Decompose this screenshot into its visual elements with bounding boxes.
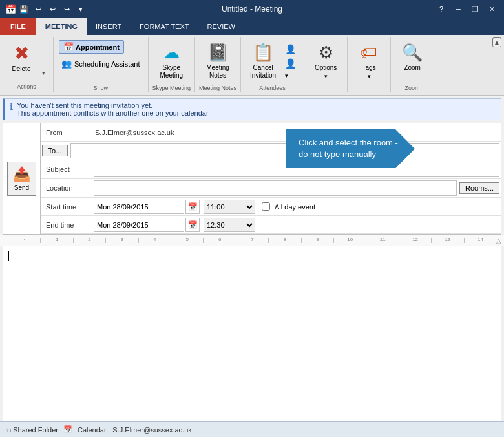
- scheduling-assistant-button[interactable]: 👥 Scheduling Assistant: [59, 58, 143, 70]
- ruler-mark-11: 11: [366, 238, 398, 243]
- options-button[interactable]: ⚙ Options ▾: [310, 40, 342, 82]
- location-label: Location: [41, 182, 92, 195]
- ribbon-collapse-btn[interactable]: ▲: [492, 37, 501, 47]
- cancel-invitation-button[interactable]: 📋 CancelInvitation: [246, 40, 280, 82]
- zoom-button[interactable]: 🔍 Zoom: [396, 40, 428, 74]
- ruler-mark-3: 3: [105, 238, 138, 243]
- from-row: From S.J.Elmer@sussex.ac.uk: [41, 123, 501, 142]
- from-label: From: [41, 126, 92, 139]
- undo2-quick-btn[interactable]: ↩: [46, 3, 59, 16]
- close-button[interactable]: ✕: [485, 3, 499, 15]
- restore-button[interactable]: ❐: [468, 3, 482, 15]
- quick-access-toolbar: 📅 💾 ↩ ↩ ↪ ▾: [5, 3, 87, 16]
- editor-area[interactable]: [3, 246, 501, 421]
- ribbon-group-options: ⚙ Options ▾: [304, 37, 348, 92]
- ruler-end-marker: △: [496, 237, 501, 244]
- meeting-notes-icon: 📓: [207, 43, 228, 63]
- form-area: From S.J.Elmer@sussex.ac.uk To... Subjec…: [40, 123, 501, 235]
- ruler-mark-10: 10: [333, 238, 366, 243]
- tab-insert[interactable]: INSERT: [87, 18, 131, 35]
- ribbon-toolbar: ✖ Delete ▾ Actions 📅 Appointment 👥 Sched…: [0, 35, 504, 96]
- skype-meeting-button[interactable]: ☁ SkypeMeeting: [155, 40, 187, 82]
- ruler-mark-14: 14: [464, 238, 496, 243]
- skype-label: SkypeMeeting: [160, 64, 183, 80]
- send-icon: 📤: [13, 166, 30, 183]
- subject-row: Subject: [41, 160, 501, 179]
- options-label: Options: [315, 64, 337, 72]
- attendee-icon-1: 👤: [285, 44, 296, 54]
- ribbon-group-skype: ☁ SkypeMeeting Skype Meeting: [149, 37, 196, 92]
- to-input[interactable]: [70, 143, 499, 158]
- end-time-row: End time 📅 12:30 13:00 13:30: [41, 216, 501, 234]
- window-controls: ? ─ ❐ ✕: [434, 3, 499, 15]
- show-group-label: Show: [94, 83, 109, 91]
- options-dropdown-arrow: ▾: [324, 73, 328, 80]
- ruler-mark-7: 7: [236, 238, 268, 243]
- start-calendar-icon[interactable]: 📅: [185, 200, 200, 214]
- ruler-marks: · 1 2 3 4 5 6 7 8 9 10 11 12 13 14 △: [8, 238, 496, 243]
- minimize-button[interactable]: ─: [451, 3, 465, 15]
- ruler-mark-2: 2: [73, 238, 105, 243]
- tab-review[interactable]: REVIEW: [198, 18, 244, 35]
- to-row: To...: [41, 142, 501, 160]
- meeting-notes-group-label: Meeting Notes: [199, 83, 236, 91]
- ruler-mark-5: 5: [171, 238, 203, 243]
- end-time-label: End time: [41, 218, 92, 231]
- options-icon: ⚙: [319, 43, 333, 63]
- delete-dropdown[interactable]: ▾: [39, 40, 48, 79]
- attendee-dropdown[interactable]: ▾: [282, 71, 299, 80]
- location-input[interactable]: [94, 180, 457, 196]
- tab-format-text[interactable]: FORMAT TEXT: [131, 18, 198, 35]
- form-container: 📤 Send From S.J.Elmer@sussex.ac.uk To...: [3, 123, 501, 235]
- tags-label: Tags: [362, 64, 376, 72]
- appointment-button[interactable]: 📅 Appointment: [59, 40, 124, 54]
- save-quick-btn[interactable]: 💾: [17, 3, 30, 16]
- app-icon: 📅: [5, 4, 16, 14]
- location-row: Location Rooms...: [41, 179, 501, 198]
- info-line2: This appointment conflicts with another …: [17, 109, 210, 117]
- tab-file[interactable]: FILE: [0, 18, 36, 35]
- meeting-notes-label: MeetingNotes: [206, 64, 229, 80]
- to-button[interactable]: To...: [42, 145, 68, 156]
- ruler-mark-4: 4: [138, 238, 171, 243]
- more-quick-btn[interactable]: ▾: [74, 3, 87, 16]
- allday-text: All day event: [275, 203, 315, 211]
- end-time-select[interactable]: 12:30 13:00 13:30: [204, 218, 255, 232]
- meeting-notes-button[interactable]: 📓 MeetingNotes: [202, 40, 234, 82]
- undo-quick-btn[interactable]: ↩: [32, 3, 45, 16]
- ruler-mark-6: 6: [203, 238, 235, 243]
- send-section: 📤 Send: [3, 123, 40, 235]
- status-calendar-icon: 📅: [63, 425, 72, 434]
- main-content: ℹ You haven't sent this meeting invitati…: [0, 96, 504, 421]
- tab-meeting[interactable]: MEETING: [36, 18, 87, 35]
- skype-group-label: Skype Meeting: [152, 83, 191, 91]
- ruler-mark-8: 8: [268, 238, 300, 243]
- attendees-group-label: Attendees: [259, 83, 286, 91]
- allday-checkbox[interactable]: [262, 202, 270, 211]
- appointment-label: Appointment: [76, 43, 120, 51]
- ruler-mark-1: 1: [40, 238, 72, 243]
- help-button[interactable]: ?: [434, 3, 448, 15]
- tags-button[interactable]: 🏷 Tags ▾: [353, 40, 385, 82]
- attendee-btn-2[interactable]: 👤: [282, 57, 299, 70]
- redo-quick-btn[interactable]: ↪: [60, 3, 73, 16]
- attendee-btn-1[interactable]: 👤: [282, 43, 299, 56]
- start-time-select[interactable]: 11:00 11:30 12:00: [204, 200, 255, 214]
- cancel-invitation-label: CancelInvitation: [250, 64, 276, 80]
- ribbon-group-tags: 🏷 Tags ▾: [348, 37, 391, 92]
- send-button[interactable]: 📤 Send: [7, 162, 36, 196]
- delete-button[interactable]: ✖ Delete: [5, 40, 37, 76]
- ruler-mark-0: ·: [8, 238, 40, 243]
- rooms-button[interactable]: Rooms...: [459, 182, 499, 194]
- appointment-icon: 📅: [63, 42, 74, 52]
- zoom-icon: 🔍: [402, 43, 423, 63]
- delete-label: Delete: [12, 65, 31, 73]
- end-calendar-icon[interactable]: 📅: [185, 218, 200, 232]
- info-line1: You haven't sent this meeting invitation…: [17, 101, 210, 109]
- delete-icon: ✖: [14, 43, 29, 64]
- scheduling-icon: 👥: [61, 59, 72, 69]
- end-date-input[interactable]: [94, 218, 184, 232]
- form-fields: From S.J.Elmer@sussex.ac.uk To... Subjec…: [40, 123, 501, 235]
- start-date-input[interactable]: [94, 200, 184, 214]
- status-calendar-text: Calendar - S.J.Elmer@sussex.ac.uk: [78, 426, 192, 434]
